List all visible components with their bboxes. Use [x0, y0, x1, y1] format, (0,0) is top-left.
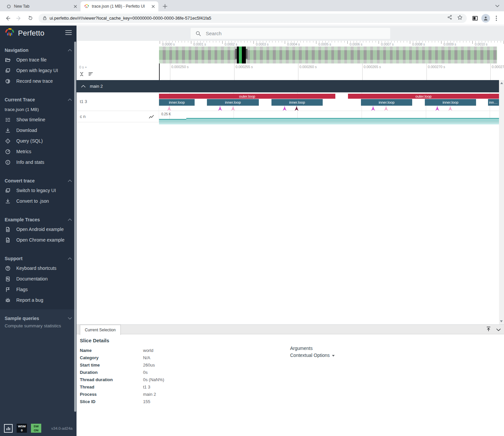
scroll-up-arrow-icon[interactable] [500, 82, 503, 84]
section-header-current-trace[interactable]: Current Trace [0, 95, 77, 104]
section-header-sample-queries[interactable]: Sample queries [0, 314, 77, 323]
sidebar-item-open-with-legacy-ui[interactable]: Open with legacy UI [0, 65, 77, 76]
thread-track-shell[interactable]: t1 3 [77, 92, 159, 111]
tab-close-icon[interactable] [73, 4, 78, 9]
browser-tab-new-tab[interactable]: New Tab [3, 1, 81, 11]
profile-avatar[interactable] [481, 14, 490, 23]
section-header-example-traces[interactable]: Example Traces [0, 215, 77, 224]
sidebar-item-report-a-bug[interactable]: Report a bug [0, 295, 77, 305]
slice-inner-loop[interactable]: inner.loop [361, 99, 412, 106]
forward-button[interactable] [14, 13, 24, 23]
tab-close-icon[interactable] [150, 4, 156, 9]
details-label: Start time [80, 363, 143, 368]
instant-marker[interactable] [371, 106, 375, 111]
instant-marker[interactable] [448, 106, 452, 111]
new-tab-button[interactable] [160, 2, 170, 11]
sidebar-scrollbar[interactable] [74, 42, 76, 412]
instant-marker[interactable] [384, 106, 388, 111]
sidebar-item-keyboard-shortcuts[interactable]: Keyboard shortcuts [0, 263, 77, 273]
hiring-chart-icon[interactable] [4, 424, 13, 433]
chevron-up-icon [68, 98, 72, 101]
tab-current-selection[interactable]: Current Selection [80, 325, 121, 335]
browser-menu-kebab-icon[interactable] [491, 13, 501, 23]
details-row: Slice ID155 [80, 398, 504, 405]
main-area: 0.0000 s0.0001 s0.0002 s0.0003 s0.0004 s… [77, 26, 504, 436]
vertical-scrollbar[interactable] [499, 80, 504, 324]
sidebar-item-open-trace-file[interactable]: Open trace file [0, 54, 77, 65]
sidebar-item-open-android-example[interactable]: Open Android example [0, 224, 77, 235]
sidebar-item-switch-to-legacy-ui[interactable]: Switch to legacy UI [0, 185, 77, 196]
slice-inner-loop[interactable]: inner.loop [488, 99, 499, 106]
counter-track-shell[interactable]: c n [77, 111, 159, 122]
bookmark-star-icon[interactable] [457, 15, 463, 22]
lock-icon [43, 16, 47, 21]
browser-tab-perfetto[interactable]: trace.json (1 MB) - Perfetto UI [81, 1, 158, 11]
expand-panel-icon[interactable] [486, 326, 491, 333]
bug-icon [5, 297, 11, 303]
contextual-options-dropdown[interactable]: Contextual Options [290, 353, 335, 358]
details-value: world [143, 348, 153, 353]
side-panel-icon[interactable] [470, 13, 480, 23]
instant-marker[interactable] [435, 106, 439, 111]
address-bar[interactable]: ui.perfetto.dev/#!/viewer?local_cache_ke… [39, 14, 467, 23]
menu-hamburger-icon[interactable] [65, 30, 72, 37]
sidebar-item-query-sql-[interactable]: Query (SQL) [0, 136, 77, 146]
viewport-right-handle[interactable] [246, 49, 248, 59]
sidebar-footer: WSM0 SWON v34.0-ad24a [0, 424, 77, 436]
collapse-panel-chevron-icon[interactable] [496, 327, 501, 333]
details-label: Process [80, 392, 143, 397]
sidebar-item-flags[interactable]: Flags [0, 284, 77, 295]
line-chart-icon [149, 114, 154, 119]
slice-inner-loop[interactable]: inner.loop [425, 99, 476, 106]
reload-button[interactable] [25, 13, 35, 23]
ruler-tick-label: 0.0008 s [412, 43, 425, 46]
sidebar-item-convert-to-json[interactable]: Convert to .json [0, 196, 77, 206]
slice-outer-loop[interactable]: outer.loop [159, 94, 335, 99]
thread-track-content[interactable]: outer.loopouter.loopinner.loopinner.loop… [159, 92, 499, 111]
slice-inner-loop[interactable]: inner.loop [271, 99, 323, 106]
sidebar-item-record-new-trace[interactable]: Record new trace [0, 76, 77, 86]
viewport-left-handle[interactable] [235, 49, 237, 59]
sidebar-item-label: Open with legacy UI [16, 68, 58, 73]
instant-marker[interactable] [282, 106, 287, 111]
collapse-all-icon[interactable] [79, 71, 84, 78]
back-button[interactable] [3, 13, 13, 23]
timeline-minimap[interactable] [159, 47, 497, 63]
file-icon [5, 237, 11, 243]
sidebar-item-documentation[interactable]: Documentation [0, 273, 77, 284]
process-group-header[interactable]: main 2 [77, 80, 499, 92]
share-icon[interactable] [447, 15, 452, 22]
sidebar-item-open-chrome-example[interactable]: Open Chrome example [0, 235, 77, 245]
find-doc-icon [5, 276, 11, 282]
sidebar-item-label: Documentation [16, 276, 48, 281]
slice-label: inner.loop [378, 100, 396, 104]
search-box[interactable] [191, 28, 390, 39]
sidebar-item-label: Report a bug [16, 297, 43, 303]
section-header-support[interactable]: Support [0, 254, 77, 263]
sidebar-item-info-and-stats[interactable]: Info and stats [0, 157, 77, 167]
sort-tracks-icon[interactable] [88, 71, 93, 78]
counter-track-content[interactable]: 0.25 K [159, 111, 499, 122]
instant-marker-selected[interactable] [294, 106, 299, 111]
section-header-convert-trace[interactable]: Convert trace [0, 176, 77, 185]
sidebar-item-download[interactable]: Download [0, 125, 77, 136]
instant-marker[interactable] [167, 106, 171, 111]
slice-inner-loop[interactable]: inner.loop [207, 99, 259, 106]
sidebar-section-current-trace: Current Tracetrace.json (1 MB)Show timel… [0, 90, 77, 171]
track-area: main 2 t1 3 outer.loopouter.loopinner.lo… [77, 80, 504, 324]
section-title: Navigation [5, 48, 29, 53]
scroll-down-arrow-icon[interactable] [500, 320, 503, 322]
section-title: Sample queries [5, 316, 39, 321]
instant-marker[interactable] [218, 106, 222, 111]
sidebar-item-show-timeline[interactable]: Show timeline [0, 114, 77, 125]
slice-outer-loop[interactable]: outer.loop [348, 94, 499, 99]
search-input[interactable] [205, 30, 386, 37]
slice-inner-loop[interactable]: inner.loop [159, 99, 195, 106]
sidebar-item-label: Metrics [16, 149, 31, 154]
ruler-tick-label: 0.0009 s [443, 43, 456, 46]
instant-marker[interactable] [231, 106, 235, 111]
viewport-selection[interactable] [237, 47, 246, 63]
tab-search-chevron-icon[interactable] [495, 3, 499, 9]
sidebar-item-metrics[interactable]: Metrics [0, 146, 77, 157]
section-header-navigation[interactable]: Navigation [0, 46, 77, 54]
